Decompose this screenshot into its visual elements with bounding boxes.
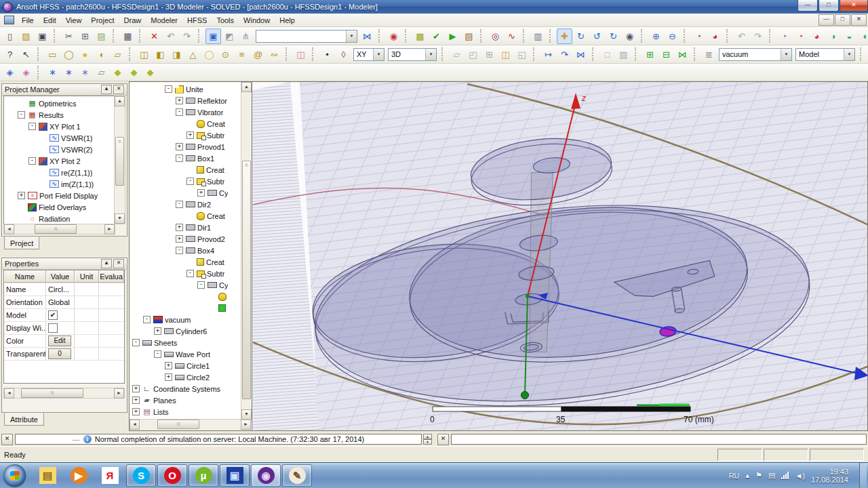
network-icon[interactable]: [781, 472, 789, 479]
draw-polyhedron-icon[interactable]: ◨: [169, 47, 184, 62]
tree-item[interactable]: + Subtr: [130, 129, 241, 141]
paste-icon[interactable]: ▤: [94, 28, 109, 44]
move-faces-normal-icon[interactable]: ◆: [126, 64, 142, 80]
tree-expander[interactable]: +: [176, 224, 183, 231]
tree-item[interactable]: - Sheets: [130, 337, 241, 348]
menu-item[interactable]: Tools: [212, 15, 239, 26]
draw-point-icon[interactable]: •: [319, 47, 335, 62]
view-redo-icon[interactable]: ↷: [750, 28, 766, 44]
tree-expander[interactable]: -: [165, 85, 172, 93]
tree-item[interactable]: re(Z(1,1)): [4, 167, 115, 178]
open-icon[interactable]: ▨: [18, 28, 34, 44]
draw-ellipse-icon[interactable]: ◯: [61, 47, 77, 62]
tree-item[interactable]: - XY Plot 1: [4, 121, 115, 132]
select-object-icon[interactable]: ▣: [205, 28, 221, 44]
create-object-cs-icon[interactable]: ∗: [77, 64, 93, 80]
boolean-separate-icon[interactable]: ◈: [18, 64, 34, 80]
move-faces-vector-icon[interactable]: ◆: [142, 64, 158, 80]
zoom-in-icon[interactable]: ⊕: [648, 28, 664, 44]
tree-item[interactable]: VSWR(1): [4, 132, 115, 144]
tree-expander[interactable]: -: [176, 108, 183, 116]
display-mode-combo[interactable]: Model ▼: [795, 48, 855, 61]
drawing-plane-combo[interactable]: XY ▼: [353, 48, 384, 61]
history-combo[interactable]: ▼: [256, 30, 357, 43]
multi-select-icon[interactable]: ⋔: [238, 28, 254, 44]
panel-close-icon[interactable]: ✕: [113, 259, 124, 268]
solution-type-icon[interactable]: ◉: [386, 28, 401, 44]
updates-icon[interactable]: ▤: [768, 471, 775, 480]
tree-item[interactable]: Creat: [130, 210, 241, 222]
offset-tool-icon[interactable]: ▨: [616, 47, 631, 62]
tab-project[interactable]: Project: [4, 237, 39, 249]
scroll-right-arrow[interactable]: ►: [104, 224, 115, 235]
scrollbar-thumb[interactable]: [242, 161, 251, 399]
tree-expander[interactable]: +: [132, 396, 140, 404]
tree-expander[interactable]: +: [186, 131, 194, 139]
draw-oval-icon[interactable]: ◖: [94, 47, 109, 62]
undo-icon[interactable]: ↶: [163, 28, 178, 44]
tree-item[interactable]: Field Overlays: [4, 201, 115, 213]
tree-item[interactable]: - Results: [4, 109, 115, 121]
draw-rectangle-icon[interactable]: ▭: [45, 47, 60, 62]
create-report-icon[interactable]: ∿: [504, 28, 519, 44]
scroll-down-arrow[interactable]: ▼: [115, 214, 125, 224]
rotate-copy-icon[interactable]: ↷: [557, 47, 572, 62]
tree-item[interactable]: - Box4: [130, 245, 241, 256]
minimize-button[interactable]: —: [797, 0, 818, 12]
tree-item[interactable]: Radiation: [4, 213, 115, 224]
tree-expander[interactable]: +: [165, 362, 172, 369]
print-icon[interactable]: ▦: [120, 28, 136, 44]
scroll-left-arrow[interactable]: ◄: [4, 224, 14, 235]
tree-expander[interactable]: +: [165, 373, 172, 381]
scroll-left-arrow[interactable]: ◄: [130, 420, 140, 430]
tree-expander[interactable]: -: [176, 201, 183, 208]
show-desktop-button[interactable]: [859, 463, 867, 488]
tree-item[interactable]: [130, 302, 241, 314]
boolean-unite-icon[interactable]: ◈: [2, 64, 18, 80]
project-manager-header[interactable]: Project Manager ▲ ✕: [2, 84, 127, 96]
color-edit-button[interactable]: Edit: [48, 336, 71, 346]
copy-icon[interactable]: ⊞: [77, 28, 93, 44]
help-icon[interactable]: ?: [2, 47, 18, 62]
sensitivity-setup-icon[interactable]: ◐: [858, 28, 868, 44]
clock[interactable]: 19:43 17.08.2014: [811, 468, 848, 484]
volume-icon[interactable]: ◄): [795, 472, 805, 480]
chevron-down-icon[interactable]: ▼: [844, 49, 854, 60]
project-tree-vscrollbar[interactable]: ▲ ▼: [114, 96, 125, 224]
results-toolbar-icon[interactable]: ▤: [461, 28, 477, 44]
draw-torus-icon[interactable]: ⊙: [218, 47, 233, 62]
analyze-all-icon[interactable]: ▶: [445, 28, 460, 44]
draw-cone-icon[interactable]: △: [185, 47, 201, 62]
project-tree-hscrollbar[interactable]: ◄ ►: [3, 224, 115, 235]
maximize-button[interactable]: □: [818, 0, 839, 12]
select-face-icon[interactable]: ◩: [222, 28, 237, 44]
transparency-button[interactable]: 0: [48, 348, 71, 359]
tree-item[interactable]: + Circle1: [130, 360, 241, 371]
tree-expander[interactable]: -: [18, 111, 25, 119]
display-wireframe-checkbox[interactable]: [48, 323, 58, 333]
tree-expander[interactable]: -: [132, 339, 140, 346]
rotate-axis-icon[interactable]: ↺: [589, 28, 605, 44]
draw-plane-icon[interactable]: ◊: [336, 47, 351, 62]
layers-icon[interactable]: ≣: [701, 47, 717, 62]
start-button[interactable]: [3, 464, 26, 487]
parametric-setup-icon[interactable]: ◒: [842, 28, 857, 44]
create-face-cs-icon[interactable]: ∗: [61, 64, 77, 80]
message-close-icon[interactable]: ✕: [1, 434, 13, 445]
draw-sphere-icon[interactable]: ◯: [201, 47, 217, 62]
panel-close-icon[interactable]: ✕: [113, 85, 124, 94]
menu-item[interactable]: Draw: [119, 15, 146, 26]
tree-item[interactable]: - Unite: [130, 83, 241, 95]
chevron-down-icon[interactable]: ▼: [781, 49, 791, 60]
column-header[interactable]: Evalua: [99, 270, 124, 283]
draw-box-icon[interactable]: ◧: [153, 47, 168, 62]
panel-pin-icon[interactable]: ▲: [101, 85, 112, 94]
draw-segment-icon[interactable]: ≡: [234, 47, 250, 62]
orient-view-icon[interactable]: ◉: [622, 28, 637, 44]
tree-item[interactable]: + Planes: [130, 394, 241, 406]
set-working-cs-icon[interactable]: ▱: [94, 64, 109, 80]
tree-item[interactable]: Creat: [130, 256, 241, 268]
property-value[interactable]: Global: [46, 296, 75, 308]
tree-expander[interactable]: +: [176, 143, 183, 150]
model-tree-hscrollbar[interactable]: ◄ ►: [130, 419, 251, 430]
